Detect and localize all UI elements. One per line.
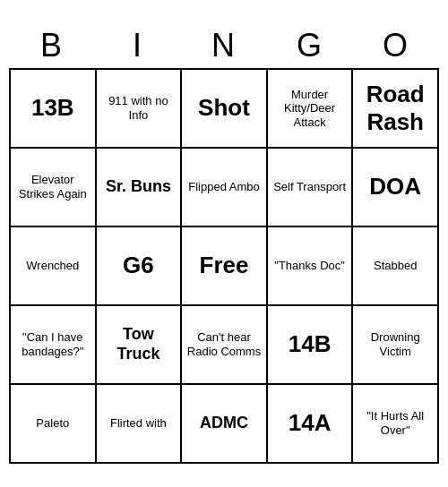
bingo-card: BINGO 13B911 with no InfoShotMurder Kitt… xyxy=(9,23,439,464)
header-letter-o: O xyxy=(353,23,439,68)
bingo-cell-11: G6 xyxy=(97,227,183,306)
cell-text-2: Shot xyxy=(198,94,250,122)
bingo-cell-6: Sr. Buns xyxy=(97,149,183,227)
bingo-cell-13: "Thanks Doc" xyxy=(268,227,354,306)
cell-text-24: "It Hurts All Over" xyxy=(356,409,435,437)
header-letter-i: I xyxy=(95,23,181,68)
cell-text-22: ADMC xyxy=(200,414,248,433)
bingo-cell-8: Self Transport xyxy=(268,149,354,227)
cell-text-9: DOA xyxy=(369,173,421,201)
cell-text-6: Sr. Buns xyxy=(106,177,171,197)
bingo-cell-14: Stabbed xyxy=(353,227,439,306)
bingo-cell-23: 14A xyxy=(268,385,354,464)
cell-text-7: Flipped Ambo xyxy=(188,180,260,194)
bingo-cell-24: "It Hurts All Over" xyxy=(353,385,439,464)
cell-text-16: Tow Truck xyxy=(99,325,178,363)
bingo-cell-16: Tow Truck xyxy=(97,306,183,385)
bingo-cell-9: DOA xyxy=(353,149,439,227)
cell-text-1: 911 with no Info xyxy=(99,94,178,122)
bingo-cell-3: Murder Kitty/Deer Attack xyxy=(268,70,354,149)
bingo-cell-7: Flipped Ambo xyxy=(182,149,268,227)
header-letter-g: G xyxy=(267,23,353,68)
bingo-cell-17: Can't hear Radio Comms xyxy=(182,306,268,385)
bingo-cell-2: Shot xyxy=(182,70,268,149)
cell-text-0: 13B xyxy=(31,94,74,122)
cell-text-11: G6 xyxy=(123,252,154,279)
cell-text-14: Stabbed xyxy=(374,259,417,273)
cell-text-5: Elevator Strikes Again xyxy=(13,173,92,201)
header-letter-b: B xyxy=(9,23,95,68)
bingo-cell-5: Elevator Strikes Again xyxy=(11,149,97,227)
bingo-cell-1: 911 with no Info xyxy=(97,70,183,149)
cell-text-8: Self Transport xyxy=(273,180,346,194)
cell-text-21: Flirted with xyxy=(110,416,167,431)
bingo-cell-19: Drowning Victim xyxy=(353,306,439,385)
bingo-grid: 13B911 with no InfoShotMurder Kitty/Deer… xyxy=(9,68,439,464)
cell-text-3: Murder Kitty/Deer Attack xyxy=(271,88,349,130)
bingo-header: BINGO xyxy=(9,23,439,68)
bingo-cell-22: ADMC xyxy=(182,385,268,464)
cell-text-18: 14B xyxy=(289,330,332,358)
bingo-cell-15: "Can I have bandages?" xyxy=(11,306,97,385)
cell-text-20: Paleto xyxy=(36,416,69,431)
header-letter-n: N xyxy=(181,23,267,68)
cell-text-12: Free xyxy=(200,252,249,279)
cell-text-23: 14A xyxy=(289,409,332,437)
bingo-cell-20: Paleto xyxy=(11,385,97,464)
bingo-cell-4: Road Rash xyxy=(353,70,439,149)
bingo-cell-0: 13B xyxy=(11,70,97,149)
bingo-cell-12: Free xyxy=(182,227,268,306)
bingo-cell-10: Wrenched xyxy=(11,227,97,306)
cell-text-10: Wrenched xyxy=(26,259,79,273)
cell-text-13: "Thanks Doc" xyxy=(274,259,345,273)
cell-text-19: Drowning Victim xyxy=(356,330,435,358)
bingo-cell-21: Flirted with xyxy=(97,385,183,464)
cell-text-4: Road Rash xyxy=(356,81,435,136)
cell-text-15: "Can I have bandages?" xyxy=(13,330,92,358)
bingo-cell-18: 14B xyxy=(268,306,354,385)
cell-text-17: Can't hear Radio Comms xyxy=(185,330,263,358)
